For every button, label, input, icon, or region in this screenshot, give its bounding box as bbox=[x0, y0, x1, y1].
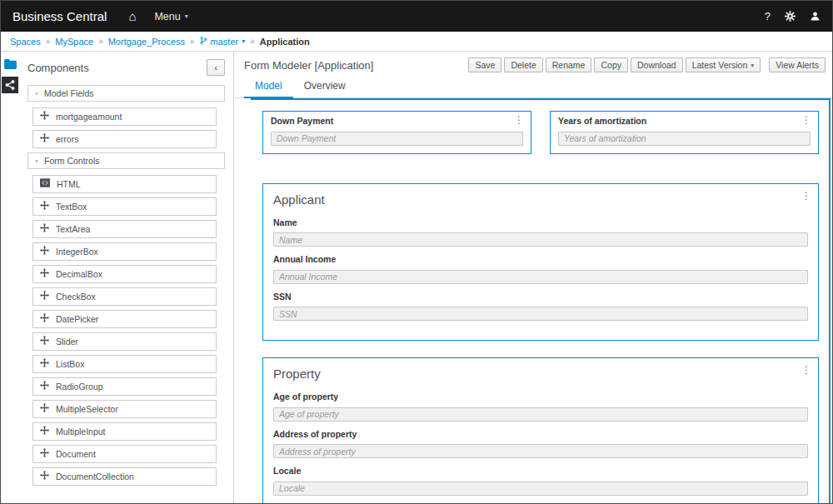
field-label: Sale Price bbox=[273, 503, 808, 504]
view-alerts-button[interactable]: View Alerts bbox=[769, 57, 826, 72]
copy-button[interactable]: Copy bbox=[594, 57, 628, 72]
breadcrumb-myspace[interactable]: MySpace bbox=[55, 37, 93, 47]
chevron-down-icon: ▾ bbox=[35, 90, 38, 97]
field-sale-price[interactable]: Sale Price bbox=[263, 503, 818, 504]
move-icon bbox=[40, 448, 49, 460]
field-label: Down Payment bbox=[271, 116, 523, 126]
move-icon bbox=[40, 358, 49, 370]
rename-button[interactable]: Rename bbox=[546, 57, 592, 72]
move-icon bbox=[40, 223, 49, 235]
user-icon[interactable] bbox=[810, 11, 821, 22]
component-textarea[interactable]: TextArea bbox=[32, 220, 217, 238]
group-applicant[interactable]: Applicant ⋮ Name Annual Income SSN bbox=[262, 183, 819, 342]
move-icon bbox=[40, 313, 49, 325]
field-down-payment[interactable]: Down Payment ⋮ bbox=[262, 111, 531, 154]
latest-version-dropdown[interactable]: Latest Version ▾ bbox=[686, 57, 761, 72]
kebab-menu-icon[interactable]: ⋮ bbox=[514, 115, 524, 125]
editor-toolbar: Save Delete Rename Copy Download Latest … bbox=[468, 57, 826, 72]
component-documentcollection[interactable]: DocumentCollection bbox=[32, 467, 217, 486]
knowledge-assets-icon[interactable] bbox=[2, 77, 18, 97]
settings-gear-icon[interactable] bbox=[785, 11, 796, 22]
field-label: Years of amortization bbox=[558, 116, 811, 126]
component-radiogroup[interactable]: RadioGroup bbox=[32, 377, 217, 396]
components-panel: Components ‹ ▾ Model Fields mortgageamou… bbox=[19, 52, 234, 503]
chevron-down-icon: ▾ bbox=[751, 62, 754, 69]
help-icon[interactable]: ? bbox=[765, 10, 771, 22]
tab-overview[interactable]: Overview bbox=[293, 77, 357, 97]
breadcrumb-project[interactable]: Mortgage_Process bbox=[108, 37, 185, 47]
breadcrumb-separator: » bbox=[190, 37, 195, 46]
breadcrumb-separator: » bbox=[46, 37, 51, 46]
section-model-fields[interactable]: ▾ Model Fields bbox=[27, 85, 225, 102]
component-checkbox[interactable]: CheckBox bbox=[32, 287, 217, 306]
group-property[interactable]: Property ⋮ Age of property Address of pr… bbox=[262, 357, 819, 503]
field-name[interactable]: Name bbox=[263, 217, 818, 247]
component-multipleselector[interactable]: MultipleSelector bbox=[32, 400, 217, 418]
section-form-controls[interactable]: ▾ Form Controls bbox=[27, 152, 225, 169]
form-canvas[interactable]: Down Payment ⋮ Years of amortization ⋮ A… bbox=[251, 98, 831, 503]
move-icon bbox=[40, 246, 49, 257]
app-window: Business Central ⌂ Menu ▾ ? Spaces » MyS… bbox=[0, 0, 833, 504]
name-input[interactable] bbox=[273, 232, 808, 247]
annual-income-input[interactable] bbox=[273, 270, 808, 284]
tab-model[interactable]: Model bbox=[244, 77, 293, 98]
breadcrumb-spaces[interactable]: Spaces bbox=[10, 37, 41, 47]
field-address-of-property[interactable]: Address of property bbox=[263, 429, 818, 459]
component-decimalbox[interactable]: DecimalBox bbox=[32, 265, 217, 283]
component-slider[interactable]: Slider bbox=[32, 332, 217, 351]
kebab-menu-icon[interactable]: ⋮ bbox=[801, 115, 811, 125]
move-icon bbox=[40, 201, 49, 212]
move-icon bbox=[40, 111, 49, 122]
top-navbar: Business Central ⌂ Menu ▾ ? bbox=[1, 1, 832, 32]
group-title: Applicant bbox=[263, 184, 818, 215]
kebab-menu-icon[interactable]: ⋮ bbox=[801, 365, 811, 375]
field-years-of-amortization[interactable]: Years of amortization ⋮ bbox=[550, 111, 819, 154]
kebab-menu-icon[interactable]: ⋮ bbox=[801, 191, 811, 201]
left-icon-strip bbox=[1, 52, 19, 503]
download-button[interactable]: Download bbox=[631, 57, 683, 72]
breadcrumb-current: Application bbox=[260, 37, 310, 47]
form-modeler-editor: Form Modeler [Application] Save Delete R… bbox=[234, 52, 832, 503]
locale-input[interactable] bbox=[273, 482, 808, 496]
editor-tabs: Model Overview bbox=[234, 77, 832, 98]
menu-dropdown[interactable]: Menu ▾ bbox=[154, 11, 187, 22]
breadcrumb-separator: » bbox=[250, 37, 255, 46]
content-area: Components ‹ ▾ Model Fields mortgageamou… bbox=[1, 52, 832, 503]
component-listbox[interactable]: ListBox bbox=[32, 355, 217, 373]
component-html[interactable]: HTML bbox=[32, 175, 217, 193]
component-errors[interactable]: errors bbox=[32, 130, 217, 148]
chevron-down-icon: ▾ bbox=[242, 37, 245, 45]
collapse-panel-button[interactable]: ‹ bbox=[207, 59, 225, 76]
field-locale[interactable]: Locale bbox=[263, 466, 818, 496]
field-age-of-property[interactable]: Age of property bbox=[263, 392, 818, 422]
component-mortgageamount[interactable]: mortgageamount bbox=[32, 107, 217, 126]
component-document[interactable]: Document bbox=[32, 445, 217, 463]
move-icon bbox=[40, 403, 49, 415]
field-annual-income[interactable]: Annual Income bbox=[263, 254, 818, 284]
component-datepicker[interactable]: DatePicker bbox=[32, 310, 217, 328]
move-icon bbox=[40, 426, 49, 437]
field-ssn[interactable]: SSN bbox=[263, 292, 818, 322]
delete-button[interactable]: Delete bbox=[504, 57, 542, 72]
save-button[interactable]: Save bbox=[468, 57, 501, 72]
down-payment-input[interactable] bbox=[271, 132, 523, 146]
move-icon bbox=[40, 133, 49, 145]
age-of-property-input[interactable] bbox=[273, 407, 808, 422]
component-multipleinput[interactable]: MultipleInput bbox=[32, 422, 217, 441]
home-icon[interactable]: ⌂ bbox=[128, 9, 136, 23]
branch-selector[interactable]: master ▾ bbox=[200, 36, 246, 47]
canvas-row: Down Payment ⋮ Years of amortization ⋮ bbox=[262, 111, 819, 154]
years-of-amortization-input[interactable] bbox=[558, 132, 811, 146]
address-of-property-input[interactable] bbox=[273, 444, 808, 458]
field-label: Annual Income bbox=[273, 254, 808, 264]
project-folder-icon[interactable] bbox=[4, 57, 17, 72]
navbar-actions: ? bbox=[765, 10, 821, 22]
ssn-input[interactable] bbox=[273, 307, 808, 321]
component-integerbox[interactable]: IntegerBox bbox=[32, 242, 217, 261]
component-textbox[interactable]: TextBox bbox=[32, 197, 217, 216]
move-icon bbox=[40, 291, 49, 302]
field-label: SSN bbox=[273, 292, 808, 302]
group-title: Property bbox=[263, 358, 818, 389]
move-icon bbox=[40, 471, 49, 482]
move-icon bbox=[40, 381, 49, 392]
